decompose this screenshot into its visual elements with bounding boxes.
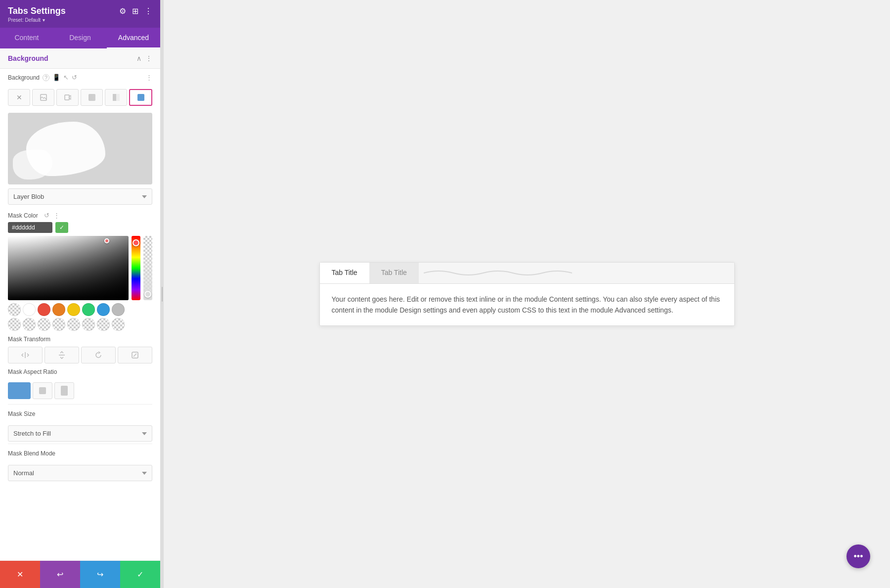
canvas-area: Tab Title Tab Title Your content goes he… bbox=[164, 0, 890, 588]
save-button[interactable]: ✓ bbox=[120, 561, 160, 588]
section-more-icon[interactable]: ⋮ bbox=[145, 54, 152, 62]
swatch-white[interactable] bbox=[23, 303, 36, 316]
divider-2 bbox=[8, 444, 152, 444]
tab-advanced[interactable]: Advanced bbox=[107, 28, 160, 48]
fab-icon: ••• bbox=[854, 551, 863, 562]
section-title: Background bbox=[8, 54, 48, 62]
wavy-decoration bbox=[419, 263, 734, 283]
opacity-slider[interactable] bbox=[143, 236, 152, 300]
swatch-yellow[interactable] bbox=[67, 303, 80, 316]
mask-blend-mode-label: Mask Blend Mode bbox=[8, 450, 152, 457]
mobile-icon[interactable]: 📱 bbox=[52, 74, 60, 81]
swatch-transparent-3[interactable] bbox=[23, 318, 36, 331]
background-type-buttons: ✕ bbox=[0, 86, 160, 109]
field-icons: ⋮ bbox=[146, 74, 152, 81]
swatch-green[interactable] bbox=[82, 303, 95, 316]
mask-size-select[interactable]: Stretch to Fill Fit Cover bbox=[8, 425, 152, 442]
swatch-transparent-2[interactable] bbox=[8, 318, 21, 331]
swatch-transparent-8[interactable] bbox=[97, 318, 110, 331]
widget-tab-2[interactable]: Tab Title bbox=[369, 263, 419, 283]
tab-content[interactable]: Content bbox=[0, 28, 53, 48]
color-picker: ✓ bbox=[8, 222, 152, 331]
close-icon: ✕ bbox=[17, 570, 23, 579]
gradient-saturation-box[interactable] bbox=[8, 236, 129, 300]
sidebar-footer: ✕ ↩ ↪ ✓ bbox=[0, 560, 160, 588]
more-icon[interactable]: ⋮ bbox=[144, 6, 152, 16]
tabs-widget: Tab Title Tab Title Your content goes he… bbox=[319, 262, 735, 326]
swatch-transparent-5[interactable] bbox=[52, 318, 65, 331]
tabs-widget-header: Tab Title Tab Title bbox=[320, 263, 734, 284]
reset-icon[interactable]: ↺ bbox=[72, 74, 77, 81]
type-color-btn[interactable] bbox=[129, 89, 152, 106]
close-button[interactable]: ✕ bbox=[0, 561, 40, 588]
color-hex-input[interactable] bbox=[8, 222, 52, 233]
type-image-btn[interactable] bbox=[32, 89, 54, 106]
hue-slider-thumb[interactable] bbox=[133, 239, 139, 246]
color-hue-slider[interactable] bbox=[132, 236, 140, 300]
swatch-transparent[interactable] bbox=[8, 303, 21, 316]
transform-flip-v-btn[interactable] bbox=[44, 347, 79, 363]
help-icon[interactable]: ? bbox=[43, 74, 49, 81]
color-confirm-button[interactable]: ✓ bbox=[55, 222, 68, 233]
color-swatches-2 bbox=[8, 318, 152, 331]
aspect-portrait-btn[interactable] bbox=[54, 382, 74, 399]
aspect-ratio-buttons bbox=[0, 382, 160, 399]
widget-tab-1[interactable]: Tab Title bbox=[320, 263, 369, 283]
swatch-blue[interactable] bbox=[97, 303, 110, 316]
preset-label: Preset: Default bbox=[8, 17, 41, 23]
swatch-gray[interactable] bbox=[112, 303, 125, 316]
swatch-transparent-9[interactable] bbox=[112, 318, 125, 331]
cursor-icon[interactable]: ↖ bbox=[63, 74, 69, 81]
square-icon bbox=[39, 387, 46, 394]
mask-aspect-ratio-section: Mask Aspect Ratio bbox=[0, 368, 160, 382]
fab-button[interactable]: ••• bbox=[846, 544, 870, 568]
swatch-orange[interactable] bbox=[52, 303, 65, 316]
widget-content-text: Your content goes here. Edit or remove t… bbox=[332, 294, 722, 316]
mask-color-reset-icon[interactable]: ↺ bbox=[44, 212, 49, 219]
aspect-landscape-btn[interactable] bbox=[8, 382, 31, 399]
tab-design[interactable]: Design bbox=[53, 28, 107, 48]
sidebar-title-icons: ⚙ ⊞ ⋮ bbox=[119, 6, 152, 16]
sidebar: Tabs Settings ⚙ ⊞ ⋮ Preset: Default ▾ Co… bbox=[0, 0, 161, 588]
layer-blob-select-wrapper: Layer Blob Layer Blob 2 Layer Blob 3 bbox=[8, 188, 152, 205]
mask-transform-buttons bbox=[8, 347, 152, 363]
type-gradient2-btn[interactable] bbox=[105, 89, 127, 106]
expand-icon[interactable]: ⊞ bbox=[132, 6, 138, 16]
layer-blob-select[interactable]: Layer Blob Layer Blob 2 Layer Blob 3 bbox=[8, 188, 152, 205]
background-field-row: Background ? 📱 ↖ ↺ ⋮ bbox=[0, 69, 160, 86]
collapse-icon[interactable]: ∧ bbox=[136, 54, 141, 62]
transform-flip-h-btn[interactable] bbox=[8, 347, 43, 363]
redo-icon: ↪ bbox=[97, 570, 103, 579]
background-field-label: Background ? 📱 ↖ ↺ bbox=[8, 74, 77, 81]
sidebar-header: Tabs Settings ⚙ ⊞ ⋮ Preset: Default ▾ bbox=[0, 0, 160, 28]
svg-rect-1 bbox=[65, 95, 69, 100]
mask-size-label: Mask Size bbox=[8, 410, 152, 417]
swatch-transparent-4[interactable] bbox=[38, 318, 50, 331]
mask-blend-mode-section: Mask Blend Mode bbox=[0, 446, 160, 463]
mask-color-more-icon[interactable]: ⋮ bbox=[53, 212, 60, 219]
type-none-btn[interactable]: ✕ bbox=[8, 89, 30, 106]
mask-blend-mode-select[interactable]: Normal Multiply Screen Overlay bbox=[8, 465, 152, 481]
swatch-transparent-7[interactable] bbox=[82, 318, 95, 331]
landscape-icon bbox=[14, 387, 24, 394]
opacity-slider-thumb[interactable] bbox=[144, 291, 151, 298]
undo-button[interactable]: ↩ bbox=[40, 561, 80, 588]
aspect-square-btn[interactable] bbox=[33, 382, 52, 399]
color-hex-row: ✓ bbox=[8, 222, 152, 233]
blob-preview bbox=[8, 113, 152, 184]
swatch-red[interactable] bbox=[38, 303, 50, 316]
settings-icon[interactable]: ⚙ bbox=[119, 6, 126, 16]
portrait-icon bbox=[61, 386, 68, 396]
type-gradient1-btn[interactable] bbox=[81, 89, 103, 106]
type-video-btn[interactable] bbox=[56, 89, 79, 106]
svg-rect-3 bbox=[113, 94, 116, 101]
chevron-down-icon: ▾ bbox=[43, 17, 45, 23]
svg-rect-4 bbox=[116, 94, 120, 101]
transform-invert-btn[interactable] bbox=[118, 347, 152, 363]
redo-button[interactable]: ↪ bbox=[80, 561, 120, 588]
preset-selector[interactable]: Preset: Default ▾ bbox=[8, 17, 152, 23]
mask-color-label: Mask Color ↺ ⋮ bbox=[0, 207, 160, 222]
transform-rotate-btn[interactable] bbox=[81, 347, 116, 363]
field-more-icon[interactable]: ⋮ bbox=[146, 74, 152, 81]
swatch-transparent-6[interactable] bbox=[67, 318, 80, 331]
